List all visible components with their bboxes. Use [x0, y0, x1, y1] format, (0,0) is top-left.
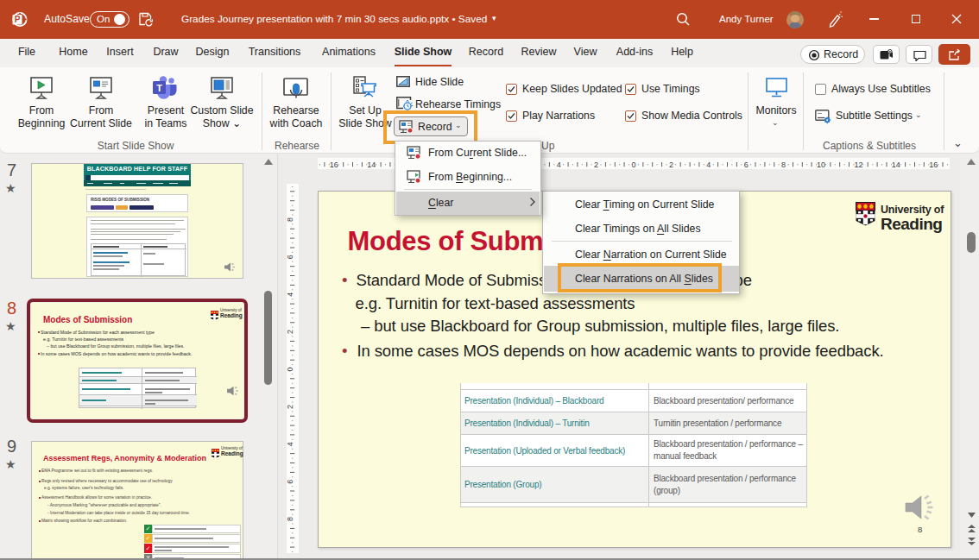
- svg-text:P: P: [15, 15, 21, 24]
- svg-text:T: T: [156, 83, 162, 93]
- svg-text:4: 4: [287, 293, 294, 297]
- svg-text:4: 4: [706, 160, 711, 169]
- svg-text:8: 8: [781, 160, 786, 169]
- svg-text:6: 6: [287, 480, 294, 484]
- svg-text:4: 4: [557, 160, 561, 169]
- svg-text:8: 8: [287, 517, 294, 521]
- svg-text:6: 6: [287, 255, 294, 259]
- svg-text:14: 14: [892, 160, 900, 169]
- svg-text:8: 8: [287, 217, 294, 222]
- svg-text:16: 16: [929, 160, 938, 169]
- svg-text:2: 2: [287, 330, 294, 334]
- svg-text:6: 6: [744, 160, 748, 169]
- svg-text:14: 14: [367, 160, 376, 169]
- svg-text:10: 10: [817, 160, 825, 169]
- svg-text:2: 2: [594, 160, 598, 169]
- svg-text:2: 2: [287, 405, 294, 409]
- svg-text:0: 0: [631, 160, 635, 169]
- svg-text:12: 12: [854, 160, 862, 169]
- svg-text:4: 4: [287, 442, 294, 446]
- svg-text:2: 2: [669, 160, 673, 169]
- svg-text:16: 16: [330, 160, 338, 169]
- svg-text:0: 0: [287, 367, 294, 371]
